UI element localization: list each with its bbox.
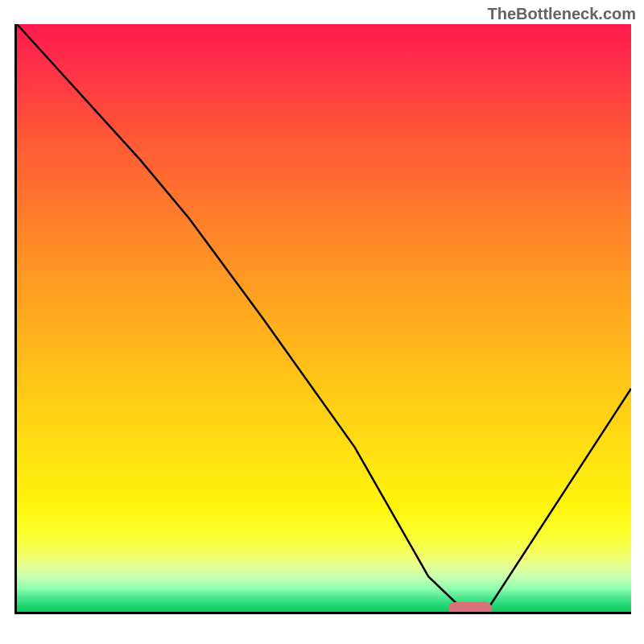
chart-container <box>14 24 631 636</box>
watermark-text: TheBottleneck.com <box>488 5 636 23</box>
plot-area <box>14 24 631 614</box>
bottleneck-curve <box>17 24 631 606</box>
curve-svg <box>17 24 631 612</box>
optimal-marker <box>448 602 492 614</box>
